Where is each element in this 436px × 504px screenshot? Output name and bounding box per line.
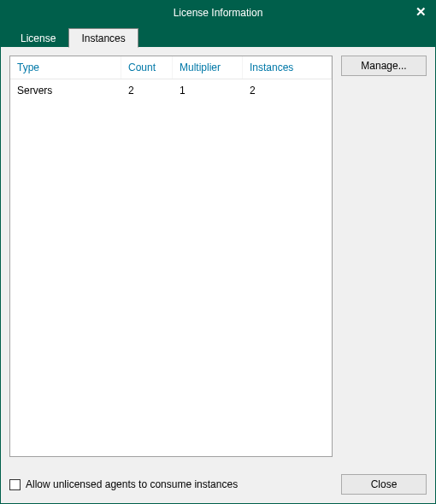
column-header-type[interactable]: Type [10, 56, 121, 79]
instances-table: Type Count Multiplier Instances Servers … [9, 56, 333, 457]
cell-count: 2 [121, 83, 173, 98]
cell-type: Servers [10, 83, 121, 98]
tab-label: Instances [81, 32, 125, 44]
manage-button[interactable]: Manage... [341, 56, 427, 76]
table-header-row: Type Count Multiplier Instances [10, 56, 332, 79]
close-button[interactable]: Close [341, 474, 427, 495]
tab-license[interactable]: License [8, 28, 68, 48]
license-info-window: License Information ✕ License Instances … [0, 0, 436, 504]
window-title: License Information [174, 7, 263, 19]
footer: Allow unlicensed agents to consume insta… [1, 466, 435, 503]
content-area: Type Count Multiplier Instances Servers … [1, 47, 435, 466]
close-icon[interactable]: ✕ [413, 4, 428, 20]
tabstrip: License Instances [1, 25, 435, 47]
tab-instances[interactable]: Instances [68, 28, 138, 48]
column-header-count[interactable]: Count [121, 56, 173, 79]
cell-instances: 2 [243, 83, 332, 98]
allow-unlicensed-checkbox[interactable]: Allow unlicensed agents to consume insta… [9, 478, 238, 490]
checkbox-box [9, 479, 21, 490]
titlebar: License Information ✕ [1, 1, 435, 25]
tab-label: License [21, 32, 56, 44]
side-button-panel: Manage... [341, 56, 427, 457]
checkbox-label: Allow unlicensed agents to consume insta… [26, 478, 238, 490]
column-header-instances[interactable]: Instances [243, 56, 332, 79]
table-row[interactable]: Servers 2 1 2 [10, 79, 332, 102]
cell-multiplier: 1 [173, 83, 243, 98]
column-header-multiplier[interactable]: Multiplier [173, 56, 243, 79]
